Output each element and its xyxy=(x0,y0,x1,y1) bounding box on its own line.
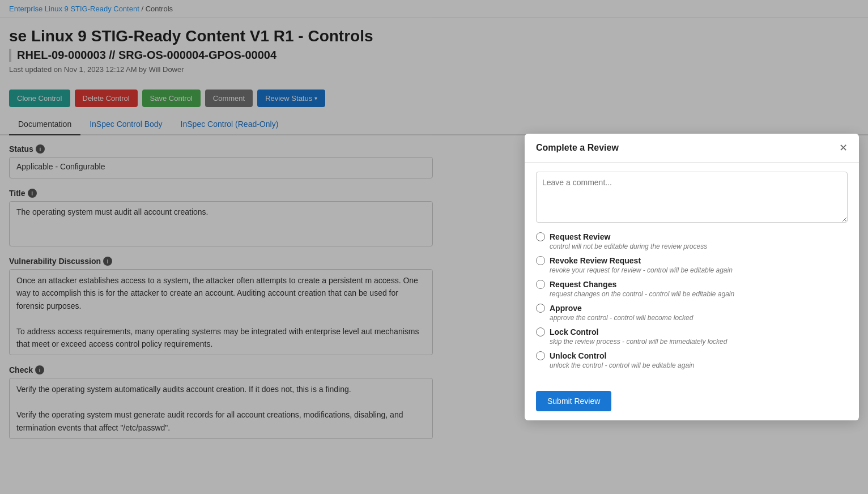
radio-revoke-review[interactable] xyxy=(536,256,545,265)
complete-review-modal: Complete a Review ✕ Request Review contr… xyxy=(525,134,859,420)
modal-header: Complete a Review ✕ xyxy=(525,134,859,163)
radio-item-request-review: Request Review control will not be edita… xyxy=(536,232,848,250)
radio-label-request-changes: Request Changes xyxy=(550,280,616,289)
radio-item-revoke-review: Revoke Review Request revoke your reques… xyxy=(536,256,848,274)
submit-review-button[interactable]: Submit Review xyxy=(536,391,611,411)
radio-label-unlock-control: Unlock Control xyxy=(550,351,606,360)
radio-desc-revoke-review: revoke your request for review - control… xyxy=(550,266,848,274)
radio-request-review[interactable] xyxy=(536,232,545,241)
radio-lock-control[interactable] xyxy=(536,327,545,337)
radio-label-revoke-review: Revoke Review Request xyxy=(550,256,641,265)
radio-item-request-changes: Request Changes request changes on the c… xyxy=(536,280,848,298)
radio-approve[interactable] xyxy=(536,304,545,313)
radio-desc-approve: approve the control - control will becom… xyxy=(550,314,848,322)
modal-title: Complete a Review xyxy=(536,143,619,153)
modal-close-button[interactable]: ✕ xyxy=(839,143,848,153)
radio-desc-lock-control: skip the review process - control will b… xyxy=(550,338,848,346)
radio-desc-unlock-control: unlock the control - control will be edi… xyxy=(550,361,848,369)
radio-desc-request-changes: request changes on the control - control… xyxy=(550,290,848,298)
modal-footer: Submit Review xyxy=(525,384,859,420)
radio-item-lock-control: Lock Control skip the review process - c… xyxy=(536,327,848,346)
radio-item-approve: Approve approve the control - control wi… xyxy=(536,304,848,322)
radio-label-request-review: Request Review xyxy=(550,232,610,241)
radio-unlock-control[interactable] xyxy=(536,351,545,360)
radio-options: Request Review control will not be edita… xyxy=(536,232,848,375)
comment-textarea[interactable] xyxy=(536,172,848,223)
radio-request-changes[interactable] xyxy=(536,280,545,289)
radio-label-lock-control: Lock Control xyxy=(550,327,598,337)
radio-desc-request-review: control will not be editable during the … xyxy=(550,242,848,250)
radio-label-approve: Approve xyxy=(550,304,582,313)
radio-item-unlock-control: Unlock Control unlock the control - cont… xyxy=(536,351,848,369)
modal-body: Request Review control will not be edita… xyxy=(525,163,859,384)
